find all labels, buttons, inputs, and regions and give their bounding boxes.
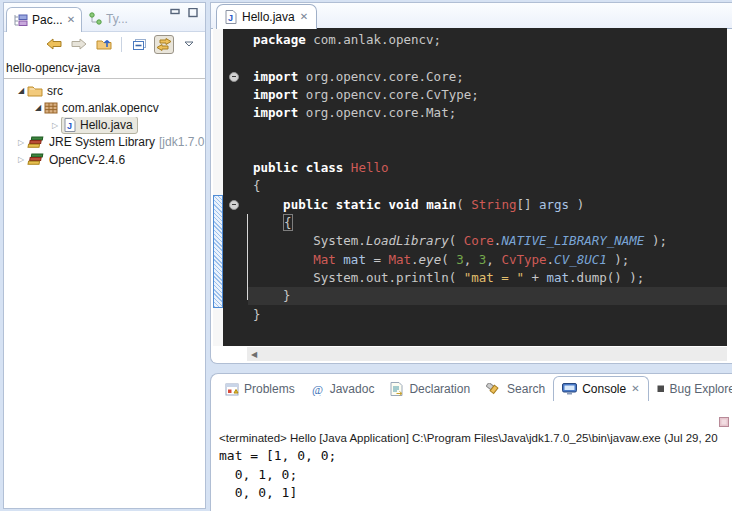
code-text-area[interactable]: package com.anlak.opencv;import org.open… — [223, 28, 727, 346]
tree-item-label: JRE System Library — [49, 135, 155, 149]
code-token: "mat = " — [464, 270, 524, 285]
console-status-line: <terminated> Hello [Java Application] C:… — [219, 432, 732, 444]
tab-label: Javadoc — [330, 382, 375, 396]
pin-console-icon[interactable] — [719, 417, 730, 428]
tab-javadoc[interactable]: @Javadoc — [303, 377, 383, 401]
horizontal-scrollbar[interactable]: ◀ — [247, 347, 727, 361]
view-tab-pac[interactable]: Pac...✕ — [6, 7, 82, 32]
library-icon — [27, 153, 45, 166]
tree-separator — [4, 78, 205, 79]
editor-area: J Hello.java ✕ package com.anlak.opencv;… — [210, 2, 732, 364]
code-token: Mat — [313, 252, 336, 267]
code-line — [223, 49, 727, 67]
svg-text:J: J — [228, 13, 233, 23]
maximize-icon[interactable] — [188, 8, 199, 18]
tree-item-hello-java[interactable]: ▷JHello.java — [4, 117, 205, 134]
code-token: mat — [343, 252, 366, 267]
code-line: import org.opencv.core.Core; — [223, 68, 727, 86]
tab-declaration[interactable]: Declaration — [382, 377, 478, 401]
tab-bug-explorer[interactable]: Bug Explorer — [649, 377, 732, 401]
java-file-icon: J — [225, 10, 237, 24]
code-token: public — [283, 197, 328, 212]
tree-item-label: com.anlak.opencv — [62, 101, 159, 115]
code-line — [223, 123, 727, 141]
up-folder-icon — [96, 37, 113, 51]
selected-tree-item[interactable]: JHello.java — [61, 117, 138, 134]
code-token: , — [486, 252, 501, 267]
view-tab-ty[interactable]: Ty... — [82, 6, 134, 31]
tab-hello-java[interactable]: J Hello.java ✕ — [216, 4, 317, 29]
scroll-left-arrow-icon[interactable]: ◀ — [247, 350, 257, 359]
tree-item-label: src — [47, 84, 63, 98]
package-icon — [44, 101, 58, 114]
code-line: System.LoadLibrary( Core.NATIVE_LIBRARY_… — [223, 232, 727, 250]
code-token: System. — [253, 233, 366, 248]
editor-tabbar: J Hello.java ✕ — [211, 3, 732, 29]
expand-arrow-icon[interactable]: ▷ — [15, 155, 27, 164]
toolbar-separator — [121, 37, 122, 52]
expand-arrow-icon[interactable]: ▷ — [49, 121, 61, 130]
code-token: import — [253, 87, 298, 102]
code-token: mat — [547, 270, 570, 285]
code-line — [223, 141, 727, 159]
forward-arrow-icon — [71, 38, 87, 50]
up-folder-button[interactable] — [94, 35, 114, 54]
link-with-editor-button[interactable] — [154, 35, 174, 54]
code-token: ); — [644, 233, 667, 248]
code-token: NATIVE_LIBRARY_NAME — [501, 233, 644, 248]
back-arrow-button[interactable] — [44, 35, 64, 54]
library-icon — [27, 136, 45, 149]
code-line: } — [223, 287, 727, 305]
code-token: import — [253, 105, 298, 120]
tree-item-src[interactable]: ◢src — [4, 82, 205, 99]
svg-text:J: J — [67, 121, 72, 131]
expand-arrow-icon[interactable]: ▷ — [15, 138, 27, 147]
tree-item-label: Hello.java — [80, 118, 133, 132]
code-line: } — [223, 306, 727, 324]
code-token: Core — [464, 233, 494, 248]
annotation-ruler[interactable] — [213, 28, 223, 346]
tree-item-com-anlak-opencv[interactable]: ◢com.anlak.opencv — [4, 99, 205, 116]
tab-label: Declaration — [409, 382, 470, 396]
code-token: class — [306, 160, 344, 175]
tree-item-hello-opencv-java[interactable]: hello-opencv-java — [4, 59, 205, 76]
code-token: , — [464, 252, 479, 267]
close-icon[interactable]: ✕ — [67, 15, 75, 25]
code-token: CvType — [501, 252, 546, 267]
java-file-icon: J — [64, 118, 76, 132]
project-tree: hello-opencv-java◢src◢com.anlak.opencv▷J… — [4, 59, 205, 168]
tab-search[interactable]: Search — [478, 377, 553, 401]
code-token: String — [471, 197, 516, 212]
console-output[interactable]: mat = [1, 0, 0; 0, 1, 0; 0, 0, 1] — [219, 447, 732, 503]
collapse-arrow-icon[interactable]: ◢ — [15, 86, 27, 95]
collapse-arrow-icon[interactable]: ◢ — [32, 103, 44, 112]
code-token — [298, 160, 306, 175]
collapse-all-button[interactable] — [129, 35, 149, 54]
collapse-all-icon — [132, 38, 147, 51]
fold-collapse-icon[interactable] — [229, 200, 239, 210]
code-token: System.out.println( — [253, 270, 464, 285]
view-menu-button[interactable] — [179, 35, 199, 54]
close-icon[interactable]: ✕ — [300, 12, 308, 22]
tree-item-jre-system-library[interactable]: ▷JRE System Library[jdk1.7.0 — [4, 134, 205, 151]
code-token: . — [411, 252, 419, 267]
code-token — [419, 197, 427, 212]
code-editor[interactable]: package com.anlak.opencv;import org.open… — [213, 28, 732, 346]
code-token: Hello — [351, 160, 389, 175]
code-line: Mat mat = Mat.eye( 3, 3, CvType.CV_8UC1 … — [223, 251, 727, 269]
code-token: static — [336, 197, 381, 212]
type-hierarchy-icon — [88, 12, 102, 25]
bug-square-icon — [657, 385, 665, 393]
code-token: ) — [569, 197, 584, 212]
minimize-icon[interactable] — [170, 8, 181, 18]
forward-arrow-button[interactable] — [69, 35, 89, 54]
code-token: args — [539, 197, 569, 212]
tab-console[interactable]: Console✕ — [553, 376, 648, 401]
code-line: { — [223, 177, 727, 195]
package-explorer-icon — [13, 14, 28, 27]
tab-problems[interactable]: Problems — [217, 377, 303, 401]
code-token: public — [253, 160, 298, 175]
close-icon[interactable]: ✕ — [631, 384, 639, 394]
fold-collapse-icon[interactable] — [229, 72, 239, 82]
tree-item-opencv-2-4-6[interactable]: ▷OpenCV-2.4.6 — [4, 151, 205, 168]
